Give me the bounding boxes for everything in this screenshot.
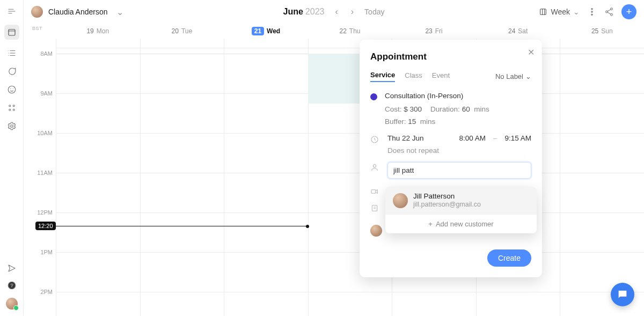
intercom-launcher[interactable]	[611, 283, 634, 306]
svg-rect-18	[371, 190, 376, 194]
chevron-down-icon: ⌄	[573, 8, 580, 16]
time-column: 8AM 9AM 10AM 11AM 12PM 1PM 2PM	[24, 39, 56, 316]
svg-point-10	[591, 9, 592, 10]
plus-icon: +	[428, 220, 433, 228]
chat-nav-icon[interactable]	[7, 67, 17, 76]
left-rail: ?	[0, 0, 24, 316]
day-header[interactable]: 24Sat	[476, 24, 560, 39]
day-header-active[interactable]: 21Wed	[224, 24, 308, 39]
svg-point-6	[10, 125, 13, 128]
add-new-customer[interactable]: + Add new customer	[385, 214, 537, 233]
profile-avatar[interactable]	[6, 298, 18, 310]
tab-class[interactable]: Class	[405, 71, 422, 82]
gear-icon[interactable]	[7, 121, 17, 131]
more-icon[interactable]	[587, 7, 597, 17]
chevron-down-icon: ⌄	[525, 72, 531, 80]
appointment-modal: Appointment ✕ Service Class Event No Lab…	[360, 40, 542, 277]
user-name: Claudia Anderson	[48, 8, 108, 16]
list-nav-icon[interactable]	[7, 48, 17, 58]
day-header-row: 19Mon 20Tue 21Wed 22Thu 23Fri 24Sat 25Su…	[56, 24, 644, 39]
svg-point-1	[8, 86, 16, 93]
now-line	[56, 226, 308, 226]
svg-rect-0	[9, 30, 15, 35]
menu-icon[interactable]	[7, 6, 17, 16]
clock-icon	[370, 135, 380, 155]
share-icon[interactable]	[604, 7, 614, 17]
svg-point-3	[13, 105, 14, 107]
timezone-label: BST	[32, 26, 42, 31]
prev-button[interactable]: ‹	[333, 5, 340, 19]
month-year: June2023	[283, 7, 325, 17]
svg-text:?: ?	[10, 283, 13, 288]
next-button[interactable]: ›	[349, 5, 356, 19]
modal-title: Appointment	[370, 52, 531, 62]
close-icon[interactable]: ✕	[528, 47, 535, 57]
customer-suggestions: Jill Patterson jill.patterson@gmail.co +…	[385, 187, 537, 233]
create-button[interactable]: Create	[487, 249, 531, 267]
svg-point-2	[9, 105, 10, 107]
day-header[interactable]: 20Tue	[140, 24, 224, 39]
label-dropdown[interactable]: No Label⌄	[495, 72, 531, 80]
suggestion-item[interactable]: Jill Patterson jill.patterson@gmail.co	[385, 187, 537, 214]
add-button[interactable]: +	[621, 4, 636, 19]
calendar-grid[interactable]: 8AM 9AM 10AM 11AM 12PM 1PM 2PM 12:20	[24, 39, 644, 316]
tab-service[interactable]: Service	[370, 71, 395, 82]
person-icon	[370, 163, 380, 179]
day-header[interactable]: 19Mon	[56, 24, 140, 39]
avatar	[31, 6, 43, 18]
date-picker[interactable]: Thu 22 Jun	[387, 134, 424, 142]
send-nav-icon[interactable]	[7, 263, 17, 273]
svg-point-5	[13, 109, 14, 111]
svg-rect-9	[540, 9, 546, 15]
today-button[interactable]: Today	[364, 8, 384, 16]
avatar	[393, 193, 408, 208]
day-header[interactable]: 22Thu	[308, 24, 392, 39]
calendar-nav-icon[interactable]	[4, 25, 19, 40]
notes-icon	[370, 204, 380, 214]
service-name[interactable]: Consultation (In-Person)	[385, 92, 531, 100]
user-switcher[interactable]: Claudia Anderson ⌄	[31, 6, 123, 18]
start-time[interactable]: 8:00 AM	[459, 134, 486, 142]
apps-nav-icon[interactable]	[7, 103, 17, 113]
chat-icon	[617, 289, 628, 300]
svg-point-11	[591, 11, 592, 12]
svg-rect-19	[372, 205, 377, 211]
repeat-selector[interactable]: Does not repeat	[387, 146, 531, 155]
emoji-nav-icon[interactable]	[7, 85, 17, 94]
svg-point-17	[373, 165, 376, 167]
help-icon[interactable]: ?	[7, 281, 17, 290]
day-header[interactable]: 23Fri	[392, 24, 476, 39]
columns-icon	[539, 8, 547, 16]
end-time[interactable]: 9:15 AM	[504, 134, 531, 142]
avatar	[370, 225, 382, 237]
now-indicator: 12:20	[35, 222, 56, 230]
video-icon	[370, 187, 380, 197]
service-color-dot	[370, 93, 377, 100]
svg-point-12	[591, 14, 592, 15]
topbar: Claudia Anderson ⌄ June2023 ‹ › Today We…	[24, 0, 644, 24]
view-switcher[interactable]: Week ⌄	[539, 8, 580, 16]
day-header[interactable]: 25Sun	[560, 24, 644, 39]
customer-input[interactable]	[387, 162, 531, 179]
tab-event[interactable]: Event	[432, 71, 450, 82]
chevron-down-icon: ⌄	[116, 7, 123, 17]
svg-point-4	[9, 109, 10, 111]
